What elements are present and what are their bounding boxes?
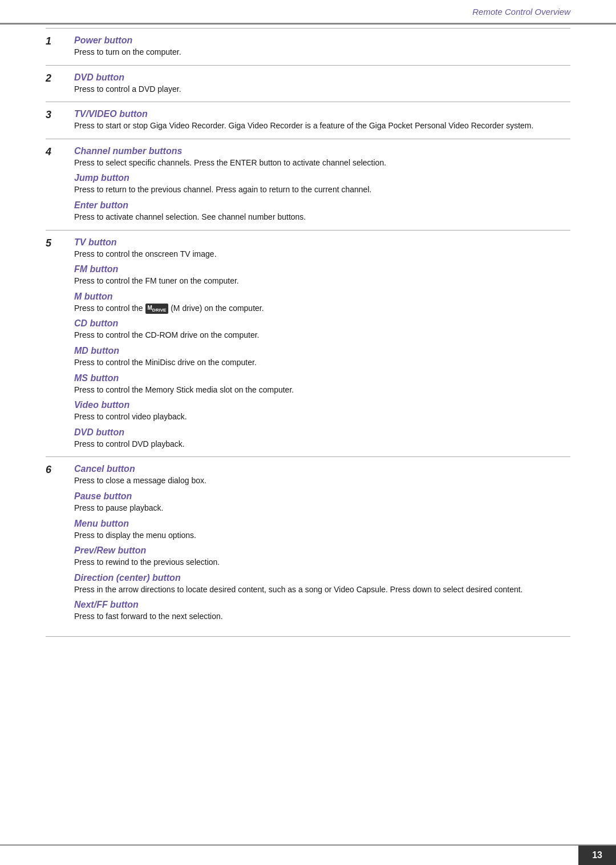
prevrew-button-title: Prev/Rew button: [74, 545, 570, 556]
md-button-title: MD button: [74, 346, 570, 356]
cd-button-desc: Press to control the CD-ROM drive on the…: [74, 330, 570, 341]
jump-button-title: Jump button: [74, 173, 570, 183]
channel-button-title: Channel number buttons: [74, 146, 570, 156]
channel-button-desc: Press to select specific channels. Press…: [74, 157, 570, 169]
fm-button-desc: Press to control the FM tuner on the com…: [74, 276, 570, 287]
direction-section: Direction (center) button Press in the a…: [74, 573, 570, 596]
section-number-2: 2: [46, 72, 63, 84]
section-number-3: 3: [46, 109, 63, 121]
page-header: Remote Control Overview: [0, 0, 616, 22]
video-button-title: Video button: [74, 400, 570, 410]
section-1-row: 1 Power button Press to turn on the comp…: [46, 35, 570, 63]
section-6: 6 Cancel button Press to close a message…: [46, 456, 570, 629]
tvvideo-button-desc: Press to start or stop Giga Video Record…: [74, 120, 570, 132]
footer-content: 13: [0, 846, 616, 865]
dvd2-button-title: DVD button: [74, 427, 570, 438]
pause-button-title: Pause button: [74, 491, 570, 502]
ms-button-title: MS button: [74, 373, 570, 383]
prevrew-button-desc: Press to rewind to the previous selectio…: [74, 557, 570, 568]
section-5-row: 5 TV button Press to control the onscree…: [46, 237, 570, 455]
cancel-button-desc: Press to close a message dialog box.: [74, 475, 570, 487]
section-4-content: Channel number buttons Press to select s…: [74, 146, 570, 228]
section-2-row: 2 DVD button Press to control a DVD play…: [46, 72, 570, 100]
section-3: 3 TV/VIDEO button Press to start or stop…: [46, 102, 570, 139]
direction-button-desc: Press in the arrow directions to locate …: [74, 584, 570, 596]
section-4: 4 Channel number buttons Press to select…: [46, 139, 570, 230]
md-button-desc: Press to control the MiniDisc drive on t…: [74, 357, 570, 369]
jump-button-desc: Press to return to the previous channel.…: [74, 184, 570, 196]
menu-button-title: Menu button: [74, 519, 570, 529]
enter-section: Enter button Press to activate channel s…: [74, 200, 570, 223]
ms-section: MS button Press to control the Memory St…: [74, 373, 570, 396]
enter-button-title: Enter button: [74, 200, 570, 211]
pause-button-desc: Press to pause playback.: [74, 503, 570, 514]
section-4-row: 4 Channel number buttons Press to select…: [46, 146, 570, 228]
main-content: 1 Power button Press to turn on the comp…: [0, 22, 616, 671]
section-6-row: 6 Cancel button Press to close a message…: [46, 464, 570, 627]
bottom-content-border: [46, 636, 570, 637]
page-number: 13: [578, 846, 616, 865]
m-drive-icon: MDRIVE: [145, 304, 169, 314]
fm-button-title: FM button: [74, 264, 570, 274]
direction-button-title: Direction (center) button: [74, 573, 570, 583]
nextff-button-title: Next/FF button: [74, 600, 570, 610]
dvd-button-desc: Press to control a DVD player.: [74, 84, 570, 95]
section-number-6: 6: [46, 464, 63, 476]
cd-section: CD button Press to control the CD-ROM dr…: [74, 318, 570, 341]
section-5: 5 TV button Press to control the onscree…: [46, 230, 570, 457]
tv-button-desc: Press to control the onscreen TV image.: [74, 249, 570, 260]
section-2: 2 DVD button Press to control a DVD play…: [46, 65, 570, 102]
jump-section: Jump button Press to return to the previ…: [74, 173, 570, 196]
power-button-title: Power button: [74, 35, 570, 46]
fm-section: FM button Press to control the FM tuner …: [74, 264, 570, 287]
dvd-button-title: DVD button: [74, 72, 570, 83]
tv-button-title: TV button: [74, 237, 570, 248]
ms-button-desc: Press to control the Memory Stick media …: [74, 385, 570, 396]
cd-button-title: CD button: [74, 318, 570, 329]
pause-section: Pause button Press to pause playback.: [74, 491, 570, 514]
section-6-content: Cancel button Press to close a message d…: [74, 464, 570, 627]
menu-button-desc: Press to display the menu options.: [74, 530, 570, 541]
cancel-button-title: Cancel button: [74, 464, 570, 474]
section-5-content: TV button Press to control the onscreen …: [74, 237, 570, 455]
section-1-content: Power button Press to turn on the comput…: [74, 35, 570, 63]
tvvideo-button-title: TV/VIDEO button: [74, 109, 570, 119]
prevrew-section: Prev/Rew button Press to rewind to the p…: [74, 545, 570, 568]
section-3-content: TV/VIDEO button Press to start or stop G…: [74, 109, 570, 136]
section-1: 1 Power button Press to turn on the comp…: [46, 28, 570, 65]
video-button-desc: Press to control video playback.: [74, 411, 570, 423]
md-section: MD button Press to control the MiniDisc …: [74, 346, 570, 369]
menu-section: Menu button Press to display the menu op…: [74, 519, 570, 541]
m-button-desc: Press to control the MDRIVE (M drive) on…: [74, 303, 570, 314]
section-3-row: 3 TV/VIDEO button Press to start or stop…: [46, 109, 570, 136]
enter-button-desc: Press to activate channel selection. See…: [74, 212, 570, 223]
section-number-5: 5: [46, 237, 63, 249]
nextff-section: Next/FF button Press to fast forward to …: [74, 600, 570, 623]
video-section: Video button Press to control video play…: [74, 400, 570, 423]
m-section: M button Press to control the MDRIVE (M …: [74, 292, 570, 314]
nextff-button-desc: Press to fast forward to the next select…: [74, 611, 570, 623]
section-number-4: 4: [46, 146, 63, 158]
power-button-desc: Press to turn on the computer.: [74, 47, 570, 58]
footer: 13: [0, 844, 616, 865]
top-border: [0, 23, 616, 25]
dvd2-section: DVD button Press to control DVD playback…: [74, 427, 570, 450]
m-button-title: M button: [74, 292, 570, 302]
page-container: Remote Control Overview 1 Power button P…: [0, 0, 616, 865]
section-2-content: DVD button Press to control a DVD player…: [74, 72, 570, 100]
dvd2-button-desc: Press to control DVD playback.: [74, 439, 570, 450]
section-number-1: 1: [46, 35, 63, 47]
header-title: Remote Control Overview: [472, 7, 570, 17]
